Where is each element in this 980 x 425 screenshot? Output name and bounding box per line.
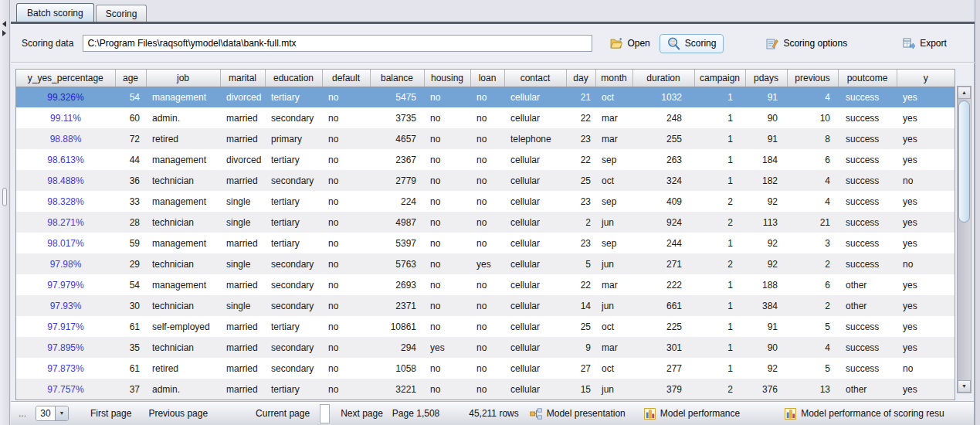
previous-page-button[interactable]: Previous page xyxy=(148,408,208,419)
table-row[interactable]: 98.613%44managementdivorcedtertiaryno236… xyxy=(16,149,955,170)
table-row[interactable]: 98.271%28techniciansingletertiaryno4987n… xyxy=(16,212,955,233)
cell: management xyxy=(146,87,220,107)
cell: 54 xyxy=(115,87,146,107)
column-header-poutcome[interactable]: poutcome xyxy=(838,70,897,87)
scoring-data-input[interactable] xyxy=(83,35,592,52)
export-icon xyxy=(903,38,915,49)
table-row[interactable]: 98.328%33managementsingletertiaryno224no… xyxy=(16,191,955,212)
cell: cellular xyxy=(504,295,566,316)
export-button[interactable]: Export xyxy=(897,35,952,53)
cell: 324 xyxy=(632,170,694,191)
cell: cellular xyxy=(504,170,566,191)
model-presentation-button[interactable]: Model presentation xyxy=(530,408,626,420)
cell: yes xyxy=(897,149,955,170)
scroll-down-button[interactable]: ▼ xyxy=(958,380,971,393)
table-row[interactable]: 99.11%60admin.marriedsecondaryno3735nono… xyxy=(16,107,955,128)
cell: 97.917% xyxy=(16,316,115,337)
cell: single xyxy=(220,212,265,233)
table-row[interactable]: 99.326%54managementdivorcedtertiaryno547… xyxy=(16,87,955,107)
column-header-y[interactable]: y xyxy=(897,70,955,87)
tab-batch-scoring[interactable]: Batch scoring xyxy=(16,3,94,22)
table-row[interactable]: 97.895%35technicianmarriedsecondaryno294… xyxy=(16,337,955,358)
column-header-marital[interactable]: marital xyxy=(220,70,265,87)
next-page-button[interactable]: Next page xyxy=(341,408,383,419)
scoring-magnifier-icon: 010 001 xyxy=(667,37,680,50)
tab-scoring[interactable]: Scoring xyxy=(96,5,148,22)
cell: 21 xyxy=(787,212,838,233)
cell: 1 xyxy=(694,87,745,107)
cell: 263 xyxy=(632,149,694,170)
column-header-month[interactable]: month xyxy=(595,70,632,87)
column-header-day[interactable]: day xyxy=(566,70,595,87)
expand-right-icon[interactable] xyxy=(2,30,6,36)
table-row[interactable]: 97.93%30techniciansinglesecondaryno2371n… xyxy=(16,295,955,316)
cell: 222 xyxy=(632,274,694,295)
cell: 97.895% xyxy=(16,337,115,358)
cell: no xyxy=(897,170,955,191)
scrollbar-thumb[interactable] xyxy=(958,100,970,223)
first-page-button[interactable]: First page xyxy=(90,408,131,419)
cell: 37 xyxy=(115,379,146,400)
scroll-up-button[interactable]: ▲ xyxy=(958,87,971,99)
column-header-housing[interactable]: housing xyxy=(424,70,470,87)
column-header-job[interactable]: job xyxy=(146,70,220,87)
cell: 277 xyxy=(632,358,694,379)
more-options[interactable]: ... xyxy=(19,408,26,419)
cell: management xyxy=(146,191,220,212)
table-row[interactable]: 97.98%29techniciansinglesecondaryno5763n… xyxy=(16,253,955,274)
cell: 1 xyxy=(694,128,745,149)
column-header-balance[interactable]: balance xyxy=(370,70,424,87)
column-header-previous[interactable]: previous xyxy=(787,70,838,87)
collapse-left-icon[interactable] xyxy=(2,21,6,27)
cell: 2 xyxy=(694,191,745,212)
table-row[interactable]: 97.917%61self-employedmarriedtertiaryno1… xyxy=(16,316,955,337)
table-row[interactable]: 98.488%36technicianmarriedsecondaryno277… xyxy=(16,170,955,191)
column-header-pdays[interactable]: pdays xyxy=(745,70,787,87)
left-splitter[interactable] xyxy=(0,0,10,425)
model-performance-scoring-button[interactable]: Model performance of scoring resu xyxy=(785,408,944,420)
vertical-scrollbar[interactable]: ▲ ▼ xyxy=(957,86,972,393)
cell: no xyxy=(322,233,370,253)
cell: no xyxy=(322,87,370,107)
current-page-input[interactable] xyxy=(320,404,330,423)
page-size-select[interactable]: 30 ▼ xyxy=(36,406,69,421)
cell: cellular xyxy=(504,107,566,128)
open-button[interactable]: Open xyxy=(605,35,655,52)
scoring-button[interactable]: 010 001 Scoring xyxy=(660,34,724,53)
table-row[interactable]: 97.979%54managementmarriedsecondaryno269… xyxy=(16,274,955,295)
cell: mar xyxy=(595,337,632,358)
table-row[interactable]: 98.017%59managementmarriedtertiaryno5397… xyxy=(16,233,955,253)
column-header-loan[interactable]: loan xyxy=(470,70,504,87)
column-header-education[interactable]: education xyxy=(265,70,322,87)
cell: married xyxy=(220,337,265,358)
splitter-grip[interactable] xyxy=(2,188,7,206)
column-header-y_yes_percentage[interactable]: y_yes_percentage xyxy=(16,70,115,87)
scoring-options-button[interactable]: Scoring options xyxy=(761,35,853,53)
column-header-age[interactable]: age xyxy=(115,70,146,87)
cell: yes xyxy=(897,107,955,128)
cell: no xyxy=(322,274,370,295)
column-header-duration[interactable]: duration xyxy=(632,70,694,87)
column-header-campaign[interactable]: campaign xyxy=(694,70,745,87)
cell: sep xyxy=(595,233,632,253)
cell: success xyxy=(838,337,897,358)
cell: 1 xyxy=(694,107,745,128)
cell: no xyxy=(322,212,370,233)
scrollbar-track[interactable] xyxy=(958,99,971,380)
cell: 255 xyxy=(632,128,694,149)
cell: jun xyxy=(595,253,632,274)
scoring-button-label: Scoring xyxy=(685,38,717,49)
table-row[interactable]: 97.873%61retiredmarriedsecondaryno1058no… xyxy=(16,358,955,379)
chevron-down-icon[interactable]: ▼ xyxy=(55,406,68,420)
column-header-default[interactable]: default xyxy=(322,70,370,87)
column-header-contact[interactable]: contact xyxy=(504,70,566,87)
model-performance-button[interactable]: Model performance xyxy=(644,408,740,420)
cell: oct xyxy=(595,358,632,379)
table-row[interactable]: 98.88%72retiredmarriedprimaryno4657nonot… xyxy=(16,128,955,149)
cell: 60 xyxy=(115,107,146,128)
current-page-button[interactable]: Current page xyxy=(256,408,310,419)
table-row[interactable]: 97.757%37admin.marriedtertiaryno3221nono… xyxy=(16,379,955,400)
open-button-label: Open xyxy=(627,38,649,49)
cell: no xyxy=(470,358,504,379)
cell: retired xyxy=(146,358,220,379)
